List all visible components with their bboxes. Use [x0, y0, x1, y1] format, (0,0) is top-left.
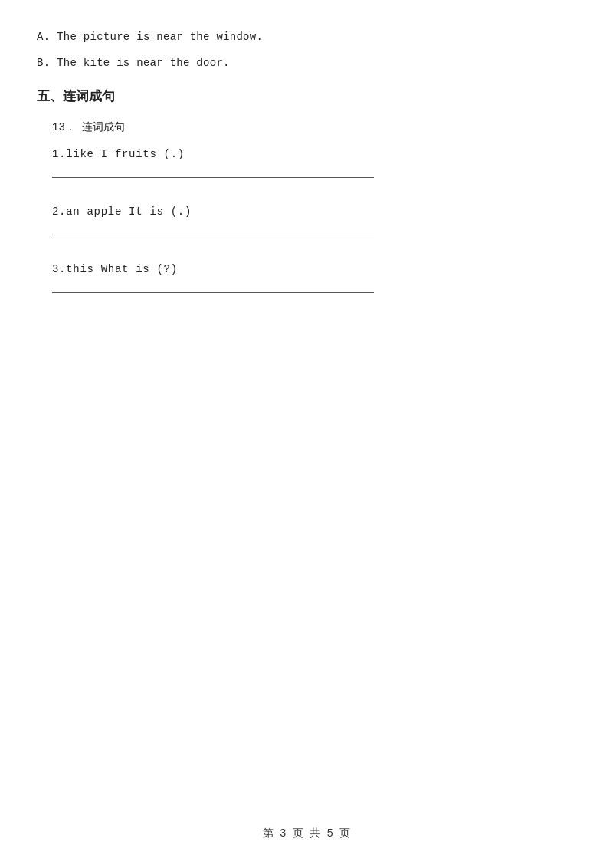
page-content: A. The picture is near the window. B. Th… [0, 0, 613, 382]
page-footer: 第 3 页 共 5 页 [0, 827, 613, 840]
question-3-text: 3.this What is (?) [52, 263, 576, 275]
instruction-number: 13． [52, 121, 76, 133]
option-a-text: A. The picture is near the window. [37, 31, 263, 43]
question-1: 1.like I fruits (.) [52, 148, 576, 178]
option-b-text: B. The kite is near the door. [37, 57, 230, 69]
question-2: 2.an apple It is (.) [52, 205, 576, 235]
section-instruction: 13． 连词成句 [52, 120, 576, 134]
footer-text: 第 3 页 共 5 页 [263, 827, 351, 840]
option-b: B. The kite is near the door. [37, 57, 576, 69]
option-a: A. The picture is near the window. [37, 31, 576, 43]
question-1-text: 1.like I fruits (.) [52, 148, 576, 160]
answer-line-2 [52, 235, 374, 235]
instruction-text: 连词成句 [82, 121, 125, 133]
section-title: 五、连词成句 [37, 87, 576, 105]
question-2-text: 2.an apple It is (.) [52, 205, 576, 218]
question-3: 3.this What is (?) [52, 263, 576, 293]
answer-line-1 [52, 177, 374, 178]
answer-line-3 [52, 292, 374, 293]
